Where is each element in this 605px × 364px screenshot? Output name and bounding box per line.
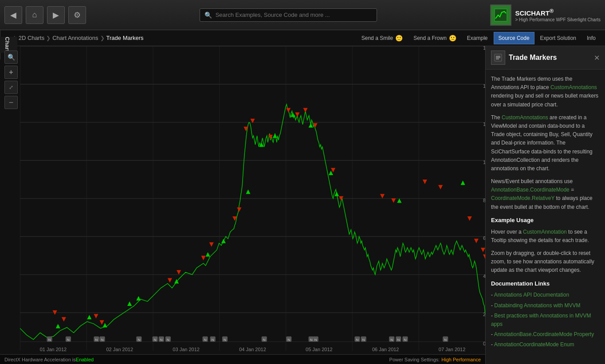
svg-text:N: N [101,338,104,342]
logo-title: SCICHART® [515,8,601,17]
back-icon: ◀ [10,10,16,20]
panel-body: The Trade Markers demo uses the Annotati… [486,70,605,364]
x-label-3: 04 Jan 2012 [220,347,286,352]
chart-toolbar: 🔍 + ⤢ − [4,51,18,109]
search-icon: 🔍 [204,12,212,19]
logo-area: SCICHART® > High Performance WPF Silverl… [490,4,601,26]
breadcrumb-trade-markers[interactable]: Trade Markers [106,35,144,41]
main-content: 🔍 + ⤢ − [0,46,605,364]
doc-link-item-2: - Best practices with Annotations in MVV… [491,312,600,329]
back-button[interactable]: ◀ [4,6,22,24]
panel-para-2: The CustomAnnotations are created in a V… [491,114,600,173]
nav-icons: ◀ ⌂ ▶ ⚙ [4,6,86,24]
home-icon: ⌂ [32,10,37,20]
example-usage-text-2: Zoom by dragging, or double-click to res… [491,249,600,275]
status-right: Power Saving Settings: High Performance [389,357,481,362]
settings-icon: ⚙ [74,10,81,20]
x-label-6: 07 Jan 2012 [419,347,485,352]
logo-text-area: SCICHART® > High Performance WPF Silverl… [515,8,601,22]
frown-icon: 🙁 [449,35,456,42]
svg-text:N: N [263,338,266,342]
panel-close-button[interactable]: ✕ [594,54,600,62]
right-panel: Trade Markers ✕ The Trade Markers demo u… [485,46,605,364]
chart-svg: N N N N N N N N N N N [20,46,485,351]
forward-button[interactable]: ▶ [47,6,65,24]
svg-text:N: N [224,338,226,342]
panel-para-1: The Trade Markers demo uses the Annotati… [491,75,600,109]
doc-links-list: - Annotations API Documentation - Databi… [491,291,600,349]
search-bar: 🔍 [95,8,481,22]
svg-text:12: 12 [483,121,485,127]
doc-link-item-4: - AnnotationCoordinateMode Enum [491,341,600,349]
breadcrumb-toolbar: Send a Smile 🙂 Send a Frown 🙁 Example So… [357,32,601,44]
breadcrumb-sep-2: ❯ [100,35,105,41]
svg-text:N: N [390,338,393,342]
example-tab-button[interactable]: Example [462,32,493,44]
svg-text:N: N [404,338,407,342]
example-usage-text-1: Hover over a CustomAnnotation to see a T… [491,228,600,245]
home-button[interactable]: ⌂ [26,6,43,24]
svg-text:N: N [314,338,317,342]
svg-text:N: N [444,338,447,342]
svg-text:16: 16 [483,46,485,51]
send-smile-button[interactable]: Send a Smile 🙂 [357,32,408,44]
smile-icon: 🙂 [395,35,403,42]
minus-icon: − [9,98,14,107]
top-nav-bar: ◀ ⌂ ▶ ⚙ 🔍 SCICHART® > High Performan [0,0,605,30]
fullscreen-tool-button[interactable]: ⤢ [4,81,18,94]
svg-text:N: N [154,338,157,342]
doc-link-item-3: - AnnotationBase.CoordinateMode Property [491,330,600,339]
status-enabled: Enabled [76,357,94,362]
svg-text:N: N [204,338,207,342]
breadcrumb-2d-charts[interactable]: 2D Charts [19,35,45,41]
zoom-tool-button[interactable]: 🔍 [4,51,18,64]
svg-text:6: 6 [483,235,485,241]
svg-text:N: N [397,338,400,342]
power-value: High Performance [441,357,481,362]
crosshair-icon: + [9,68,13,76]
svg-text:4: 4 [483,274,485,279]
panel-para-3: News/Event bullet annotations use Annota… [491,177,600,211]
status-text: DirectX Hardware Acceleration is [4,357,76,362]
doc-link-4[interactable]: AnnotationCoordinateMode Enum [494,341,574,348]
svg-text:N: N [212,338,214,342]
source-code-tab-button[interactable]: Source Code [494,32,534,44]
send-frown-label: Send a Frown [413,35,447,41]
search-input[interactable] [216,12,372,18]
svg-text:N: N [160,338,163,342]
x-label-0: 01 Jan 2012 [20,347,86,352]
doc-link-0[interactable]: Annotations API Documentation [494,292,569,298]
send-smile-label: Send a Smile [361,35,393,41]
zoom-icon: 🔍 [8,54,15,61]
svg-text:N: N [287,338,290,342]
info-tab-button[interactable]: Info [582,32,601,44]
custom-annotations-link-2[interactable]: CustomAnnotations [502,114,548,121]
search-input-wrap: 🔍 [200,8,377,22]
send-frown-button[interactable]: Send a Frown 🙁 [409,32,461,44]
svg-text:N: N [167,338,169,342]
settings-button[interactable]: ⚙ [68,6,86,24]
svg-text:N: N [67,338,70,342]
power-text: Power Saving Settings: [389,357,440,362]
custom-annotations-link-1[interactable]: CustomAnnotations [550,84,597,90]
doc-link-item-0: - Annotations API Documentation [491,291,600,299]
custom-annotation-link-3[interactable]: CustomAnnotation [523,229,567,235]
doc-link-2[interactable]: Best practices with Annotations in MVVM … [491,313,591,327]
export-solution-button[interactable]: Export Solution [535,32,581,44]
zoom-out-tool-button[interactable]: − [4,96,18,109]
example-usage-heading: Example Usage [491,216,600,225]
x-label-5: 06 Jan 2012 [352,347,419,352]
doc-link-3[interactable]: AnnotationBase.CoordinateMode Property [494,331,594,337]
crosshair-tool-button[interactable]: + [4,66,18,79]
x-label-1: 02 Jan 2012 [86,347,153,352]
doc-link-1[interactable]: Databinding Annotations with MVVM [494,302,580,309]
svg-text:N: N [310,338,313,342]
coord-mode-relative-link[interactable]: CoordinateMode.RelativeY [491,195,554,201]
chart-canvas: N N N N N N N N N N N [20,46,485,351]
status-bar: DirectX Hardware Acceleration is Enabled… [0,354,485,364]
panel-icon [491,51,505,65]
breadcrumb-bar: ⌂ ❯ 2D Charts ❯ Chart Annotations ❯ Trad… [0,30,605,46]
breadcrumb-chart-annotations[interactable]: Chart Annotations [52,35,98,41]
annotation-coord-mode-link-1[interactable]: AnnotationBase.CoordinateMode [491,187,570,193]
svg-text:N: N [95,338,98,342]
